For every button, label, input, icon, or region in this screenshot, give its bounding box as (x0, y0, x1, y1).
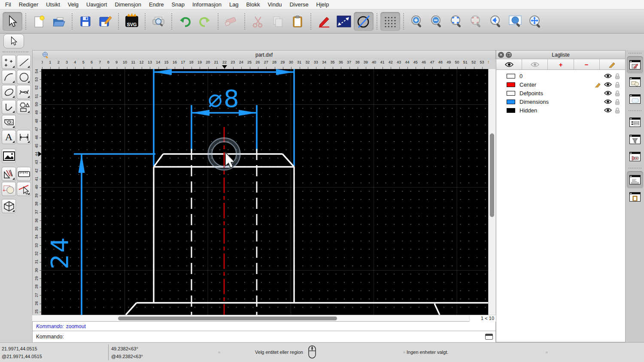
edit-layer-button[interactable] (600, 59, 625, 69)
zoom-out-button[interactable] (427, 12, 447, 31)
layer-row-icons[interactable] (604, 73, 620, 79)
menu-item-vindu[interactable]: Vindu (267, 1, 282, 8)
hatch-tool-button[interactable] (2, 115, 16, 129)
grid-toggle-button[interactable] (380, 12, 400, 31)
cut-button[interactable] (248, 12, 268, 31)
print-preview-button[interactable] (149, 12, 168, 31)
pan-button[interactable] (526, 12, 545, 31)
ruler-number: 25 (34, 307, 39, 315)
palette-select-button[interactable] (3, 34, 24, 48)
view-dock-button[interactable] (627, 148, 643, 165)
solid-tool-button[interactable] (2, 199, 16, 213)
layer-list-dock-button[interactable] (627, 56, 643, 73)
svg-export-button[interactable]: SVG (122, 12, 142, 31)
vertical-scrollbar-thumb[interactable] (490, 133, 494, 217)
layer-row-icons[interactable] (604, 107, 620, 114)
clipboard-dock-button[interactable] (627, 188, 643, 205)
circle-tool-button[interactable] (17, 70, 31, 84)
close-icon[interactable]: ✕ (498, 52, 504, 58)
layer-color-swatch[interactable] (507, 100, 515, 104)
select-tool-button[interactable] (3, 12, 22, 31)
modify-tool-button[interactable] (2, 182, 16, 196)
points-tool-button[interactable] (2, 55, 16, 69)
layer-row-icons[interactable] (595, 81, 620, 88)
line-tool-button[interactable] (17, 55, 31, 69)
menu-item-lag[interactable]: Lag (229, 1, 239, 8)
menu-item-fil[interactable]: Fil (5, 1, 11, 8)
library-dock-button[interactable] (627, 90, 643, 108)
redo-button[interactable] (195, 12, 215, 31)
command-dock-icon[interactable] (485, 334, 493, 340)
drawing-canvas[interactable]: ⌀8 24 (41, 69, 488, 315)
menu-item-rediger[interactable]: Rediger (19, 1, 39, 8)
measure-tool-button[interactable] (17, 167, 31, 181)
menu-item-diverse[interactable]: Diverse (289, 1, 308, 8)
trim-tool-button[interactable] (17, 182, 31, 196)
detach-icon[interactable]: ❐ (506, 52, 512, 58)
ruler-number: 48 (34, 117, 39, 125)
spline-tool-button[interactable] (17, 85, 31, 99)
arc-tool-button[interactable] (2, 70, 16, 84)
undo-button[interactable] (175, 12, 195, 31)
layer-color-swatch[interactable] (507, 91, 515, 96)
zoom-window-button[interactable] (506, 12, 526, 31)
command-dock-button[interactable] (627, 171, 643, 188)
menu-item-utsikt[interactable]: Utsikt (46, 1, 60, 8)
layer-color-swatch[interactable] (507, 108, 515, 113)
layer-color-swatch[interactable] (507, 74, 515, 78)
toolbar-separator (25, 13, 26, 30)
menu-item-endre[interactable]: Endre (149, 1, 164, 8)
text-tool-button[interactable]: A (2, 130, 16, 144)
palette-handle[interactable] (3, 51, 28, 52)
construction-tool-button[interactable] (2, 167, 16, 181)
entity-list-dock-button[interactable] (627, 114, 643, 131)
layer-row-defpoints[interactable]: Defpoints (496, 89, 625, 97)
save-button[interactable] (76, 12, 95, 31)
status-divider (108, 344, 109, 360)
menu-item-uavgjort[interactable]: Uavgjort (86, 1, 107, 8)
zoom-selection-button[interactable] (466, 12, 486, 31)
drawing-window-titlebar[interactable]: part.dxf (32, 50, 496, 59)
menu-item-informasjon[interactable]: Informasjon (192, 1, 222, 8)
vertical-scrollbar[interactable] (488, 69, 495, 315)
layer-row-icons[interactable] (604, 99, 620, 105)
image-tool-button[interactable] (2, 149, 16, 163)
centerline-toggle-button[interactable] (354, 12, 374, 31)
save-as-button[interactable] (95, 12, 115, 31)
layer-row-icons[interactable] (604, 90, 620, 97)
zoom-in-button[interactable] (407, 12, 427, 31)
ellipse-tool-button[interactable] (2, 85, 16, 99)
dimension-tool-button[interactable] (17, 130, 31, 144)
layer-window-icon (629, 60, 641, 69)
new-file-button[interactable] (29, 12, 49, 31)
layer-color-swatch[interactable] (507, 82, 515, 87)
layer-row-hidden[interactable]: Hidden (496, 106, 625, 115)
filter-dock-button[interactable] (627, 131, 643, 148)
open-file-button[interactable] (49, 12, 69, 31)
hide-all-layers-button[interactable] (522, 59, 548, 69)
draw-order-button[interactable] (314, 12, 334, 31)
add-layer-button[interactable]: + (548, 59, 574, 69)
paste-button[interactable] (288, 12, 307, 31)
layer-row-0[interactable]: 0 (496, 72, 625, 80)
menu-item-dimensjon[interactable]: Dimensjon (115, 1, 141, 8)
show-all-layers-button[interactable] (496, 59, 522, 69)
polyline-tool-button[interactable] (2, 100, 16, 114)
menu-item-velg[interactable]: Velg (68, 1, 79, 8)
copy-button[interactable] (268, 12, 288, 31)
menu-item-blokk[interactable]: Blokk (246, 1, 260, 8)
distance-tool-button[interactable] (334, 12, 354, 31)
layer-row-center[interactable]: Center (496, 80, 625, 89)
menu-item-hjelp[interactable]: Hjelp (316, 1, 329, 8)
horizontal-scrollbar-thumb[interactable] (118, 317, 337, 320)
delete-button[interactable] (222, 12, 241, 31)
zoom-previous-button[interactable] (486, 12, 506, 31)
menu-item-snap[interactable]: Snap (172, 1, 185, 8)
shapes-tool-button[interactable] (17, 100, 31, 114)
layer-row-dimensions[interactable]: Dimensions (496, 97, 625, 106)
horizontal-scrollbar[interactable]: 1 < 10 (32, 315, 496, 321)
command-input[interactable] (67, 334, 485, 340)
remove-layer-button[interactable]: − (574, 59, 600, 69)
block-list-dock-button[interactable] (627, 73, 643, 90)
zoom-auto-button[interactable] (447, 12, 466, 31)
